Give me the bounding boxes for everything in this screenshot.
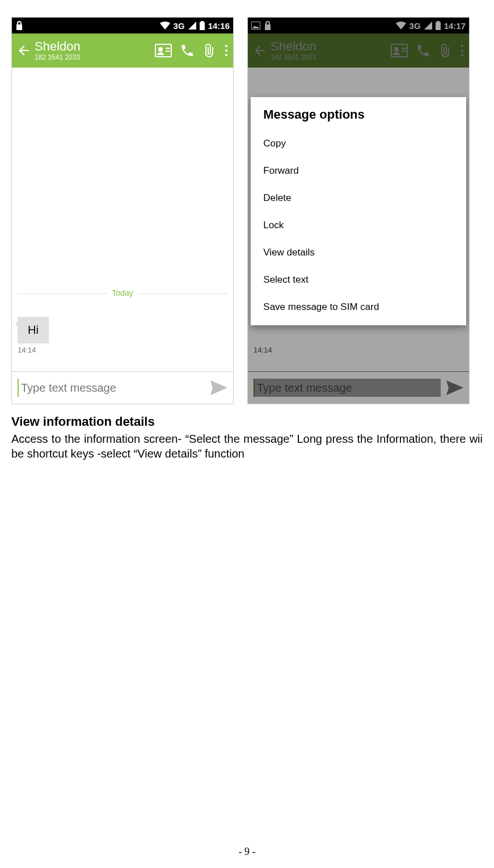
svg-point-4 [225,54,227,56]
compose-row [12,371,233,404]
document-page: 3G 14:16 Sheldon 182 3541 2033 [0,0,494,868]
back-icon[interactable] [16,43,31,58]
network-label: 3G [174,21,185,31]
dialog-scrim[interactable]: Message options Copy Forward Delete Lock… [248,18,469,404]
signal-icon [188,22,196,30]
attach-icon[interactable] [202,43,216,58]
document-text: View information details Access to the i… [11,414,483,461]
section-paragraph: Access to the information screen- “Selec… [11,431,483,461]
screenshot-row: 3G 14:16 Sheldon 182 3541 2033 [11,17,483,404]
section-heading: View information details [11,414,483,429]
message-bubble[interactable]: Hi [18,317,49,343]
message-options-dialog: Message options Copy Forward Delete Lock… [251,97,466,325]
svg-point-3 [225,49,227,52]
wifi-icon [160,22,170,30]
page-number: - 9 - [0,846,494,858]
svg-point-2 [225,45,227,47]
dialog-item-delete[interactable]: Delete [263,184,453,212]
dialog-item-forward[interactable]: Forward [263,157,453,184]
conversation-area[interactable]: Today Hi 14:14 [12,68,233,371]
dialog-item-view-details[interactable]: View details [263,239,453,266]
status-time: 14:16 [208,21,230,31]
dialog-item-select-text[interactable]: Select text [263,266,453,293]
svg-point-1 [158,47,163,52]
dialog-item-copy[interactable]: Copy [263,130,453,157]
lock-icon [15,21,23,30]
contact-number: 182 3541 2033 [35,54,151,61]
contact-card-icon[interactable] [155,44,172,57]
date-divider: Today [12,293,233,303]
contact-title[interactable]: Sheldon 182 3541 2033 [35,40,151,61]
message-input[interactable] [18,379,205,397]
battery-icon [200,21,205,30]
dialog-item-lock[interactable]: Lock [263,212,453,239]
call-icon[interactable] [180,43,195,58]
app-bar: Sheldon 182 3541 2033 [12,33,233,68]
send-icon[interactable] [210,380,227,395]
status-bar: 3G 14:16 [12,18,233,33]
screenshot-left: 3G 14:16 Sheldon 182 3541 2033 [11,17,234,404]
dialog-item-save-sim[interactable]: Save message to SIM card [263,293,453,321]
overflow-icon[interactable] [224,44,229,57]
contact-name: Sheldon [35,40,151,53]
message-time: 14:14 [18,346,49,354]
dialog-title: Message options [263,107,453,122]
screenshot-right: 3G 14:17 Sheldon 182 3541 2033 [247,17,470,404]
